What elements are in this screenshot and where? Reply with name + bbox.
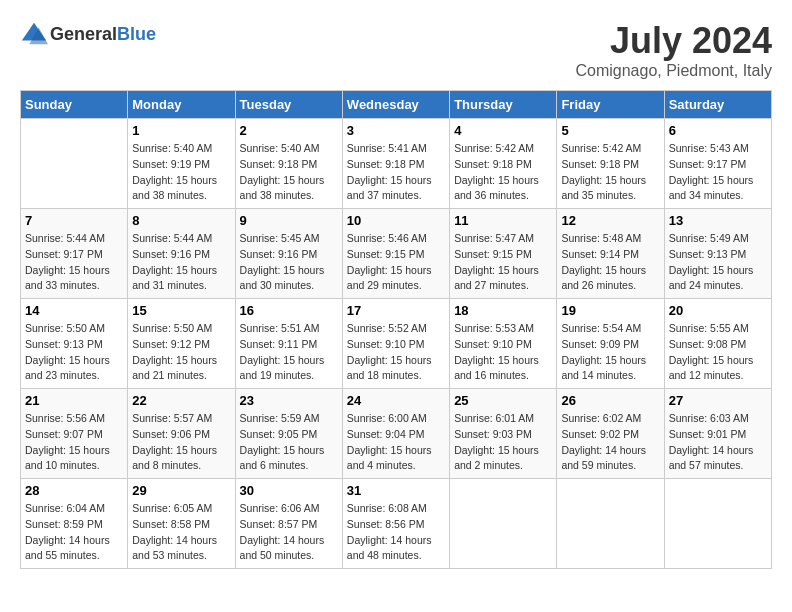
day-info: Sunrise: 5:48 AM Sunset: 9:14 PM Dayligh… xyxy=(561,231,659,294)
calendar-cell: 27 Sunrise: 6:03 AM Sunset: 9:01 PM Dayl… xyxy=(664,389,771,479)
sunrise-text: Sunrise: 5:44 AM xyxy=(132,232,212,244)
day-number: 24 xyxy=(347,393,445,408)
sunrise-text: Sunrise: 5:56 AM xyxy=(25,412,105,424)
sunset-text: Sunset: 8:56 PM xyxy=(347,518,425,530)
day-info: Sunrise: 5:55 AM Sunset: 9:08 PM Dayligh… xyxy=(669,321,767,384)
sunrise-text: Sunrise: 6:05 AM xyxy=(132,502,212,514)
sunset-text: Sunset: 9:17 PM xyxy=(25,248,103,260)
day-number: 2 xyxy=(240,123,338,138)
sunset-text: Sunset: 9:12 PM xyxy=(132,338,210,350)
day-info: Sunrise: 6:01 AM Sunset: 9:03 PM Dayligh… xyxy=(454,411,552,474)
column-header-wednesday: Wednesday xyxy=(342,91,449,119)
calendar-week-row: 1 Sunrise: 5:40 AM Sunset: 9:19 PM Dayli… xyxy=(21,119,772,209)
sunset-text: Sunset: 9:02 PM xyxy=(561,428,639,440)
sunrise-text: Sunrise: 5:51 AM xyxy=(240,322,320,334)
month-title: July 2024 xyxy=(575,20,772,62)
sunset-text: Sunset: 9:03 PM xyxy=(454,428,532,440)
sunset-text: Sunset: 9:15 PM xyxy=(347,248,425,260)
logo-icon xyxy=(20,20,48,48)
calendar-cell: 10 Sunrise: 5:46 AM Sunset: 9:15 PM Dayl… xyxy=(342,209,449,299)
calendar-cell: 9 Sunrise: 5:45 AM Sunset: 9:16 PM Dayli… xyxy=(235,209,342,299)
sunrise-text: Sunrise: 5:50 AM xyxy=(25,322,105,334)
daylight-text: Daylight: 15 hours and 31 minutes. xyxy=(132,264,217,292)
daylight-text: Daylight: 15 hours and 30 minutes. xyxy=(240,264,325,292)
calendar-cell: 25 Sunrise: 6:01 AM Sunset: 9:03 PM Dayl… xyxy=(450,389,557,479)
day-info: Sunrise: 5:44 AM Sunset: 9:16 PM Dayligh… xyxy=(132,231,230,294)
sunset-text: Sunset: 9:19 PM xyxy=(132,158,210,170)
day-number: 12 xyxy=(561,213,659,228)
sunrise-text: Sunrise: 5:59 AM xyxy=(240,412,320,424)
day-number: 17 xyxy=(347,303,445,318)
calendar-cell: 1 Sunrise: 5:40 AM Sunset: 9:19 PM Dayli… xyxy=(128,119,235,209)
day-number: 21 xyxy=(25,393,123,408)
calendar-cell: 24 Sunrise: 6:00 AM Sunset: 9:04 PM Dayl… xyxy=(342,389,449,479)
calendar-week-row: 21 Sunrise: 5:56 AM Sunset: 9:07 PM Dayl… xyxy=(21,389,772,479)
day-number: 30 xyxy=(240,483,338,498)
calendar-cell xyxy=(21,119,128,209)
calendar-cell: 8 Sunrise: 5:44 AM Sunset: 9:16 PM Dayli… xyxy=(128,209,235,299)
day-info: Sunrise: 5:45 AM Sunset: 9:16 PM Dayligh… xyxy=(240,231,338,294)
sunrise-text: Sunrise: 6:02 AM xyxy=(561,412,641,424)
daylight-text: Daylight: 15 hours and 16 minutes. xyxy=(454,354,539,382)
daylight-text: Daylight: 15 hours and 27 minutes. xyxy=(454,264,539,292)
page-header: GeneralBlue July 2024 Comignago, Piedmon… xyxy=(20,20,772,80)
day-info: Sunrise: 5:41 AM Sunset: 9:18 PM Dayligh… xyxy=(347,141,445,204)
sunrise-text: Sunrise: 5:53 AM xyxy=(454,322,534,334)
calendar-cell: 15 Sunrise: 5:50 AM Sunset: 9:12 PM Dayl… xyxy=(128,299,235,389)
logo-general: General xyxy=(50,24,117,44)
day-info: Sunrise: 5:50 AM Sunset: 9:13 PM Dayligh… xyxy=(25,321,123,384)
daylight-text: Daylight: 14 hours and 53 minutes. xyxy=(132,534,217,562)
day-info: Sunrise: 6:05 AM Sunset: 8:58 PM Dayligh… xyxy=(132,501,230,564)
day-number: 29 xyxy=(132,483,230,498)
day-number: 1 xyxy=(132,123,230,138)
daylight-text: Daylight: 15 hours and 26 minutes. xyxy=(561,264,646,292)
logo-blue: Blue xyxy=(117,24,156,44)
day-number: 20 xyxy=(669,303,767,318)
day-info: Sunrise: 5:50 AM Sunset: 9:12 PM Dayligh… xyxy=(132,321,230,384)
day-info: Sunrise: 5:47 AM Sunset: 9:15 PM Dayligh… xyxy=(454,231,552,294)
day-number: 10 xyxy=(347,213,445,228)
sunrise-text: Sunrise: 6:04 AM xyxy=(25,502,105,514)
daylight-text: Daylight: 14 hours and 50 minutes. xyxy=(240,534,325,562)
calendar-cell xyxy=(450,479,557,569)
sunset-text: Sunset: 9:18 PM xyxy=(240,158,318,170)
calendar-cell: 19 Sunrise: 5:54 AM Sunset: 9:09 PM Dayl… xyxy=(557,299,664,389)
calendar-cell: 18 Sunrise: 5:53 AM Sunset: 9:10 PM Dayl… xyxy=(450,299,557,389)
calendar-table: SundayMondayTuesdayWednesdayThursdayFrid… xyxy=(20,90,772,569)
calendar-week-row: 14 Sunrise: 5:50 AM Sunset: 9:13 PM Dayl… xyxy=(21,299,772,389)
daylight-text: Daylight: 15 hours and 2 minutes. xyxy=(454,444,539,472)
column-header-tuesday: Tuesday xyxy=(235,91,342,119)
logo: GeneralBlue xyxy=(20,20,156,48)
sunset-text: Sunset: 9:17 PM xyxy=(669,158,747,170)
sunset-text: Sunset: 9:06 PM xyxy=(132,428,210,440)
day-info: Sunrise: 6:06 AM Sunset: 8:57 PM Dayligh… xyxy=(240,501,338,564)
calendar-cell: 22 Sunrise: 5:57 AM Sunset: 9:06 PM Dayl… xyxy=(128,389,235,479)
sunrise-text: Sunrise: 5:45 AM xyxy=(240,232,320,244)
sunrise-text: Sunrise: 5:57 AM xyxy=(132,412,212,424)
calendar-cell: 4 Sunrise: 5:42 AM Sunset: 9:18 PM Dayli… xyxy=(450,119,557,209)
sunset-text: Sunset: 9:11 PM xyxy=(240,338,318,350)
sunrise-text: Sunrise: 5:48 AM xyxy=(561,232,641,244)
sunset-text: Sunset: 9:10 PM xyxy=(347,338,425,350)
sunrise-text: Sunrise: 6:08 AM xyxy=(347,502,427,514)
daylight-text: Daylight: 15 hours and 33 minutes. xyxy=(25,264,110,292)
day-info: Sunrise: 5:46 AM Sunset: 9:15 PM Dayligh… xyxy=(347,231,445,294)
day-info: Sunrise: 6:00 AM Sunset: 9:04 PM Dayligh… xyxy=(347,411,445,474)
calendar-cell: 3 Sunrise: 5:41 AM Sunset: 9:18 PM Dayli… xyxy=(342,119,449,209)
day-info: Sunrise: 5:56 AM Sunset: 9:07 PM Dayligh… xyxy=(25,411,123,474)
sunrise-text: Sunrise: 5:52 AM xyxy=(347,322,427,334)
sunset-text: Sunset: 9:13 PM xyxy=(669,248,747,260)
day-info: Sunrise: 6:08 AM Sunset: 8:56 PM Dayligh… xyxy=(347,501,445,564)
sunrise-text: Sunrise: 5:49 AM xyxy=(669,232,749,244)
daylight-text: Daylight: 15 hours and 36 minutes. xyxy=(454,174,539,202)
sunrise-text: Sunrise: 5:42 AM xyxy=(454,142,534,154)
sunrise-text: Sunrise: 6:03 AM xyxy=(669,412,749,424)
day-info: Sunrise: 5:40 AM Sunset: 9:18 PM Dayligh… xyxy=(240,141,338,204)
calendar-cell: 17 Sunrise: 5:52 AM Sunset: 9:10 PM Dayl… xyxy=(342,299,449,389)
day-number: 8 xyxy=(132,213,230,228)
sunrise-text: Sunrise: 5:50 AM xyxy=(132,322,212,334)
calendar-cell: 21 Sunrise: 5:56 AM Sunset: 9:07 PM Dayl… xyxy=(21,389,128,479)
title-block: July 2024 Comignago, Piedmont, Italy xyxy=(575,20,772,80)
day-number: 14 xyxy=(25,303,123,318)
calendar-cell xyxy=(557,479,664,569)
